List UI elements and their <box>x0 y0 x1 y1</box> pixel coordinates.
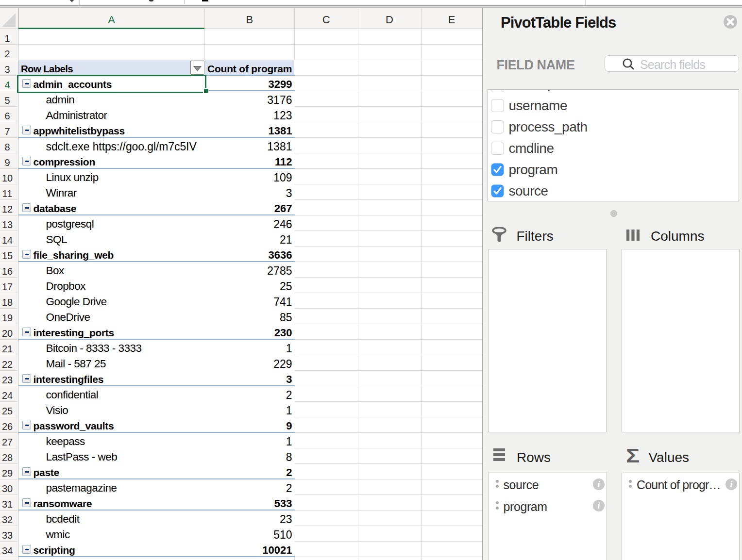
svg-text:i: i <box>597 479 600 489</box>
svg-text:i: i <box>730 479 732 489</box>
svg-text:i: i <box>597 501 600 511</box>
